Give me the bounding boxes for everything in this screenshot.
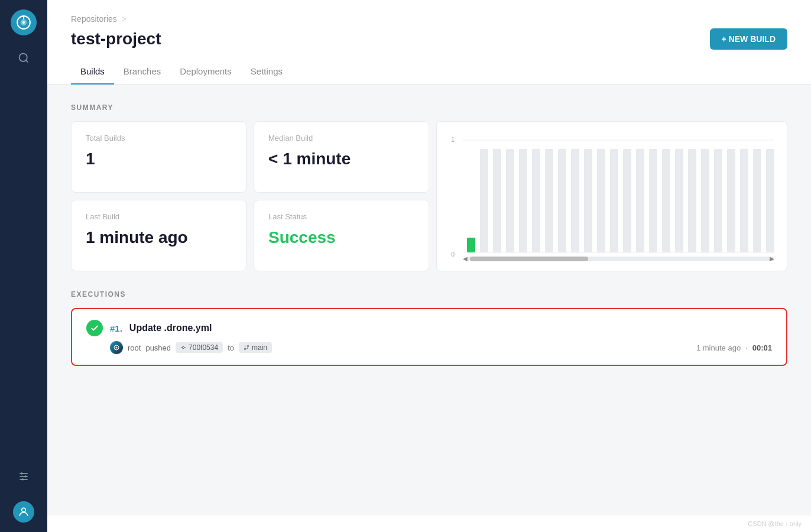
commit-badge: 700f0534 — [176, 342, 223, 353]
svg-rect-38 — [740, 149, 748, 252]
svg-rect-23 — [545, 149, 553, 252]
execution-top: #1. Update .drone.yml — [86, 320, 772, 336]
svg-rect-37 — [727, 149, 735, 252]
execution-user: root — [128, 343, 141, 352]
execution-success-icon — [86, 320, 103, 336]
sidebar — [0, 0, 47, 532]
svg-point-10 — [25, 475, 27, 477]
tabs: Builds Branches Deployments Settings — [71, 59, 787, 84]
svg-point-47 — [182, 346, 184, 348]
execution-separator: · — [745, 343, 748, 352]
svg-point-52 — [244, 348, 246, 350]
total-builds-value: 1 — [86, 150, 232, 168]
execution-action: pushed — [145, 343, 171, 352]
content-area: SUMMARY Total Builds 1 Median Build < 1 … — [47, 85, 811, 515]
app-logo[interactable] — [11, 9, 37, 35]
card-median-build: Median Build < 1 minute — [254, 121, 429, 193]
avatar[interactable] — [13, 501, 34, 523]
executions-section-label: EXECUTIONS — [71, 290, 787, 299]
svg-rect-18 — [480, 149, 488, 252]
svg-rect-31 — [649, 149, 657, 252]
svg-rect-39 — [753, 149, 761, 252]
chart-area: 1 0 — [446, 131, 777, 261]
svg-rect-17 — [467, 238, 475, 252]
card-last-status: Last Status Success — [254, 200, 429, 271]
drone-avatar — [110, 341, 123, 354]
execution-item[interactable]: #1. Update .drone.yml root pushed — [71, 308, 787, 366]
page-title: test-project — [71, 30, 161, 48]
tab-settings[interactable]: Settings — [241, 59, 292, 85]
svg-point-9 — [21, 472, 22, 474]
card-last-build: Last Build 1 minute ago — [71, 200, 246, 271]
svg-rect-21 — [519, 149, 527, 252]
svg-point-4 — [20, 54, 27, 61]
execution-number: #1. — [110, 323, 122, 333]
branch-badge: main — [239, 342, 272, 353]
last-build-value: 1 minute ago — [86, 228, 232, 247]
svg-rect-32 — [662, 149, 670, 252]
summary-grid: Total Builds 1 Median Build < 1 minute 1… — [71, 121, 787, 271]
execution-duration: 00:01 — [752, 343, 772, 352]
summary-section-label: SUMMARY — [71, 103, 787, 112]
svg-rect-22 — [532, 149, 540, 252]
header: Repositories > test-project + NEW BUILD … — [47, 0, 811, 85]
svg-rect-25 — [571, 149, 579, 252]
execution-meta-right: 1 minute ago · 00:01 — [696, 343, 772, 352]
tab-builds[interactable]: Builds — [71, 59, 114, 85]
tab-deployments[interactable]: Deployments — [170, 59, 241, 85]
svg-rect-28 — [610, 149, 618, 252]
svg-rect-29 — [623, 149, 631, 252]
breadcrumb-repositories[interactable]: Repositories — [71, 14, 117, 24]
svg-rect-34 — [688, 149, 696, 252]
new-build-button[interactable]: + NEW BUILD — [710, 28, 787, 50]
median-build-label: Median Build — [268, 134, 414, 142]
svg-rect-42 — [470, 257, 588, 261]
svg-rect-36 — [714, 149, 722, 252]
header-row: test-project + NEW BUILD — [71, 28, 787, 50]
search-icon[interactable] — [13, 47, 34, 71]
last-status-value: Success — [268, 228, 414, 247]
svg-point-2 — [22, 21, 25, 24]
svg-point-12 — [22, 508, 26, 512]
execution-meta: root pushed 700f0534 to — [86, 341, 772, 354]
svg-rect-24 — [558, 149, 566, 252]
svg-rect-35 — [701, 149, 709, 252]
svg-point-46 — [116, 347, 118, 349]
last-status-label: Last Status — [268, 212, 414, 221]
last-build-label: Last Build — [86, 212, 232, 221]
svg-text:▶: ▶ — [770, 255, 774, 261]
breadcrumb: Repositories > — [71, 14, 787, 24]
watermark: CSDN @the › only — [47, 515, 811, 532]
tab-branches[interactable]: Branches — [114, 59, 170, 85]
svg-rect-33 — [675, 149, 683, 252]
svg-rect-40 — [766, 149, 774, 252]
svg-text:1: 1 — [451, 136, 455, 143]
execution-time: 1 minute ago — [696, 343, 741, 352]
card-total-builds: Total Builds 1 — [71, 121, 246, 193]
total-builds-label: Total Builds — [86, 134, 232, 142]
svg-rect-27 — [597, 149, 605, 252]
svg-text:0: 0 — [451, 251, 455, 258]
breadcrumb-separator: > — [122, 14, 126, 24]
svg-rect-30 — [636, 149, 644, 252]
median-build-value: < 1 minute — [268, 150, 414, 168]
svg-point-11 — [22, 478, 24, 480]
execution-meta-left: root pushed 700f0534 to — [110, 341, 272, 354]
sliders-icon[interactable] — [13, 466, 34, 489]
to-label: to — [228, 343, 234, 352]
svg-point-51 — [247, 345, 249, 347]
svg-rect-26 — [584, 149, 592, 252]
execution-title: Update .drone.yml — [129, 323, 212, 333]
svg-text:◀: ◀ — [463, 255, 468, 261]
svg-rect-20 — [506, 149, 514, 252]
svg-line-5 — [26, 60, 28, 63]
builds-chart: 1 0 — [436, 121, 787, 271]
svg-rect-19 — [493, 149, 501, 252]
main-content: Repositories > test-project + NEW BUILD … — [47, 0, 811, 532]
